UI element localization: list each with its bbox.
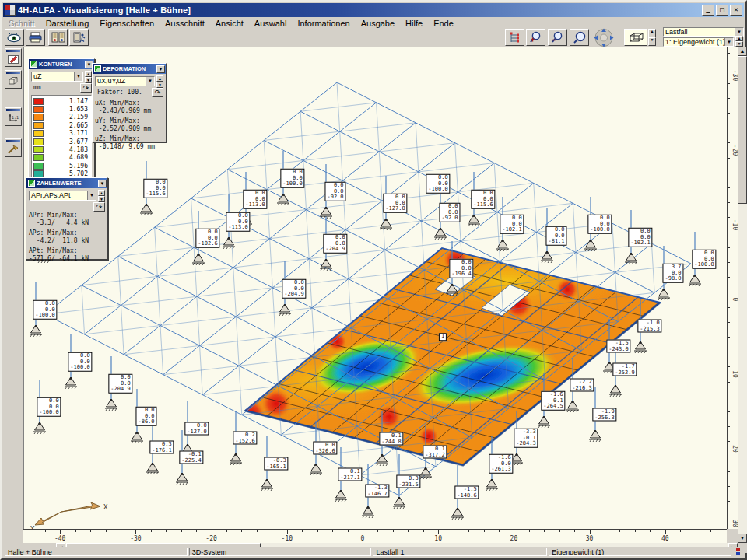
- view-3d-spinner[interactable]: ▲▼: [648, 29, 656, 46]
- legend-color-swatch: [33, 98, 44, 105]
- node-value-label: -1.6 0.0 -261.3: [489, 454, 513, 474]
- ruler-tick: [454, 530, 454, 532]
- print-button[interactable]: [26, 29, 45, 46]
- support-icon: [261, 479, 273, 491]
- printer-icon: [29, 32, 43, 43]
- apply-arrow-button[interactable]: ↷: [93, 202, 105, 212]
- ruler-tick: [728, 441, 730, 442]
- docked-panel-tools-button[interactable]: [5, 138, 22, 157]
- zoom-in-button[interactable]: [526, 29, 545, 46]
- ruler-tick: [272, 530, 272, 532]
- ruler-tick: [635, 530, 636, 532]
- ruler-tick: [728, 292, 730, 292]
- vertical-scroll-thumb[interactable]: [738, 56, 747, 204]
- legend-value: 3.171: [47, 130, 89, 137]
- maximize-button[interactable]: □: [716, 5, 728, 16]
- chevron-down-icon[interactable]: ▼: [735, 28, 743, 36]
- ruler-tick: [45, 530, 46, 532]
- help-book-button[interactable]: [48, 29, 68, 46]
- minimize-button[interactable]: _: [702, 5, 714, 16]
- menu-item-ausgabe[interactable]: Ausgabe: [356, 18, 400, 29]
- deformation-component-combo[interactable]: uX,uY,uZ ▼: [95, 76, 155, 86]
- lastfall-combo[interactable]: Lastfall ▼: [663, 27, 744, 37]
- ruler-tick: [544, 530, 545, 532]
- ruler-tick: [728, 397, 730, 397]
- zoom-window-button[interactable]: [570, 29, 589, 46]
- ruler-label: -30: [130, 535, 141, 542]
- exit-button[interactable]: [69, 29, 89, 46]
- ruler-tick: [680, 530, 681, 532]
- menu-item-hilfe[interactable]: Hilfe: [400, 18, 428, 29]
- close-button[interactable]: ✕: [730, 5, 742, 16]
- svg-text:1:1: 1:1: [12, 115, 19, 120]
- menu-item-auswahl[interactable]: Auswahl: [249, 18, 293, 29]
- chevron-down-icon[interactable]: ▼: [87, 191, 96, 200]
- view-3d-button[interactable]: [624, 29, 647, 46]
- scroll-down-icon[interactable]: ▼: [738, 534, 747, 543]
- ruler-tick: [728, 366, 730, 367]
- konturen-panel-caption[interactable]: KONTUREN ▼: [29, 59, 94, 69]
- support-icon: [65, 377, 77, 389]
- support-icon: [105, 399, 117, 411]
- ruler-tick: [226, 530, 227, 532]
- cube-3d-icon: [627, 32, 644, 44]
- zoom-out-icon: [551, 31, 564, 44]
- legend-row: 4.183: [33, 145, 89, 153]
- docked-panel-3d-button[interactable]: [5, 70, 22, 89]
- loadcase-spinner[interactable]: ▲▼: [735, 36, 743, 47]
- docked-panel-dimensions-button[interactable]: 1:1: [5, 107, 22, 126]
- legend-color-swatch: [33, 170, 44, 177]
- ruler-tick: [728, 187, 730, 188]
- node-value-label: 0.0 0.0 -102.1: [500, 215, 524, 234]
- support-icon: [279, 304, 291, 316]
- zoom-out-button[interactable]: [548, 29, 567, 46]
- zahlenwerte-spinner[interactable]: ▲▼: [98, 190, 105, 201]
- menu-item-informationen[interactable]: Informationen: [292, 18, 355, 29]
- menu-item-ansicht[interactable]: Ansicht: [210, 18, 249, 29]
- book-icon: [51, 32, 65, 43]
- konturen-spinner[interactable]: ▲▼: [85, 71, 92, 82]
- legend-row: 2.159: [33, 114, 89, 121]
- docked-panel-edit-button[interactable]: [5, 48, 22, 67]
- chevron-down-icon[interactable]: ▼: [74, 72, 82, 81]
- loadcase-combo[interactable]: 1: Eigengewicht (1) ▼: [663, 37, 734, 47]
- ruler-tick: [363, 530, 363, 534]
- vertical-scrollbar[interactable]: ▲ ▼: [738, 47, 747, 543]
- deformation-panel-caption[interactable]: DEFORMATION ▼: [93, 64, 166, 74]
- pan-compass-icon: [593, 27, 615, 48]
- eye-icon: [7, 33, 22, 43]
- konturen-unit-label: mm: [31, 84, 79, 92]
- apply-arrow-button[interactable]: ↷: [152, 88, 163, 97]
- legend-color-swatch: [33, 163, 44, 170]
- menu-item-darstellung[interactable]: Darstellung: [40, 18, 95, 29]
- legend-color-swatch: [33, 122, 44, 129]
- ruler-tick: [728, 411, 730, 412]
- panel-menu-button[interactable]: ▼: [98, 180, 107, 187]
- chevron-down-icon[interactable]: ▼: [146, 77, 154, 86]
- drawing-canvas[interactable]: X Y KONTUREN ▼ uZ ▼ ▲▼ mm ↷ 1.1471: [23, 47, 727, 529]
- support-icon: [335, 490, 347, 502]
- apply-arrow-button[interactable]: ↷: [80, 83, 92, 93]
- render-options-button[interactable]: [505, 29, 524, 46]
- ruler-tick: [728, 83, 730, 84]
- support-icon: [625, 253, 637, 264]
- view-options-button[interactable]: [5, 29, 24, 46]
- ruler-tick: [196, 530, 197, 532]
- support-icon: [30, 325, 42, 337]
- menu-item-ende[interactable]: Ende: [428, 18, 459, 29]
- scroll-up-icon[interactable]: ▲: [738, 47, 747, 56]
- chevron-down-icon[interactable]: ▼: [724, 38, 733, 46]
- menu-item-ausschnitt[interactable]: Ausschnitt: [160, 18, 210, 29]
- zahlenwerte-component-combo[interactable]: APr,APs,APt ▼: [29, 191, 96, 201]
- menu-item-eigenschaften[interactable]: Eigenschaften: [94, 18, 160, 29]
- panel-menu-button[interactable]: ▼: [156, 65, 165, 73]
- uz-minmax-value: -0.148/ 9.69 mm: [93, 143, 166, 151]
- konturen-component-combo[interactable]: uZ ▼: [31, 72, 83, 82]
- zahlenwerte-panel-caption[interactable]: ZAHLENWERTE ▼: [26, 178, 107, 188]
- legend-row: 1.147: [33, 97, 89, 105]
- deformation-spinner[interactable]: ▲▼: [156, 75, 163, 86]
- pan-control[interactable]: [593, 27, 615, 48]
- legend-value: 3.677: [47, 138, 89, 145]
- ruler-tick: [332, 530, 333, 532]
- node-value-label: 0.3 -231.5: [396, 475, 420, 488]
